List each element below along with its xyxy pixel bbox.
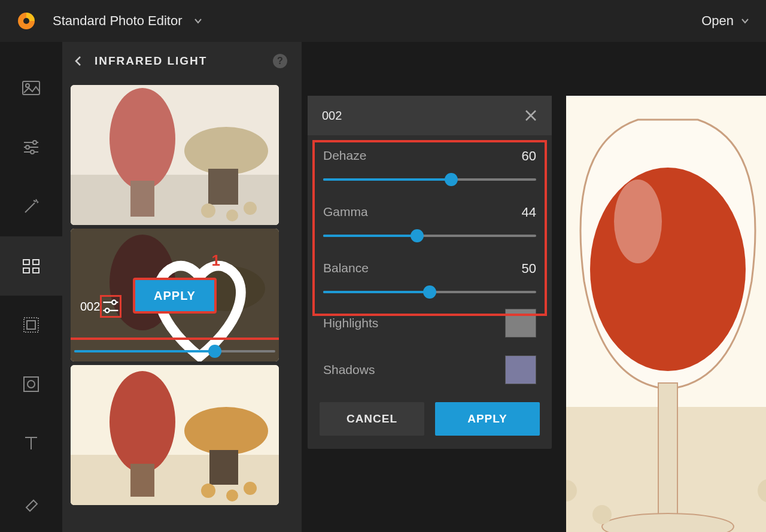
svg-point-40 — [226, 490, 238, 501]
svg-rect-13 — [24, 318, 38, 332]
dehaze-label: Dehaze — [323, 148, 366, 164]
tool-rail — [0, 42, 62, 532]
cancel-label: CANCEL — [346, 412, 397, 425]
annotation-1: 1 — [212, 251, 220, 270]
svg-rect-18 — [71, 175, 279, 225]
app-title-dropdown[interactable]: Standard Photo Editor — [53, 13, 202, 29]
balance-slider[interactable] — [323, 286, 536, 298]
svg-rect-34 — [71, 455, 279, 505]
app-logo-icon — [17, 11, 36, 31]
help-icon[interactable]: ? — [273, 54, 287, 68]
dehaze-value: 60 — [522, 148, 536, 164]
preset-thumb-003[interactable] — [71, 365, 279, 505]
preset-panel: INFRARED LIGHT ? — [62, 42, 302, 532]
svg-rect-10 — [33, 260, 39, 265]
preset-thumb-001[interactable] — [71, 85, 279, 225]
svg-rect-14 — [27, 321, 35, 329]
svg-rect-36 — [130, 464, 154, 497]
gamma-value: 44 — [522, 205, 536, 220]
settings-title: 002 — [322, 109, 342, 123]
cancel-button[interactable]: CANCEL — [320, 402, 424, 436]
app-title-label: Standard Photo Editor — [53, 13, 182, 29]
app-body: INFRARED LIGHT ? — [0, 42, 766, 532]
close-icon[interactable] — [524, 109, 537, 122]
rail-magic[interactable] — [0, 177, 62, 236]
svg-point-24 — [226, 209, 238, 221]
svg-point-25 — [244, 202, 257, 215]
settings-buttons: CANCEL APPLY — [308, 397, 552, 436]
image-icon — [22, 78, 41, 98]
svg-rect-20 — [130, 181, 154, 217]
svg-point-49 — [592, 505, 612, 524]
chevron-down-icon — [741, 17, 749, 25]
svg-point-41 — [244, 482, 257, 495]
sliders-icon — [22, 138, 41, 157]
svg-point-23 — [201, 203, 215, 218]
preset-name: 002 — [80, 300, 100, 314]
shadows-row: Shadows — [320, 351, 540, 397]
rail-adjust[interactable] — [0, 118, 62, 177]
text-icon — [22, 434, 41, 453]
open-menu[interactable]: Open — [701, 13, 749, 29]
svg-point-30 — [112, 300, 116, 305]
svg-point-0 — [23, 18, 29, 24]
dehaze-slider[interactable] — [323, 174, 536, 186]
svg-rect-15 — [24, 377, 38, 391]
svg-point-8 — [31, 150, 34, 154]
preset-apply-button[interactable]: APPLY — [133, 278, 217, 314]
rail-vignette[interactable] — [0, 354, 62, 414]
preset-title: INFRARED LIGHT — [95, 54, 207, 68]
circle-frame-icon — [22, 375, 41, 394]
back-icon[interactable] — [73, 56, 84, 66]
preset-intensity-slider[interactable] — [71, 338, 279, 361]
dehaze-control: Dehaze60 — [320, 135, 540, 191]
svg-rect-22 — [208, 169, 238, 205]
svg-rect-12 — [33, 268, 39, 273]
open-label: Open — [701, 13, 734, 29]
svg-point-35 — [110, 371, 175, 473]
rail-text[interactable] — [0, 414, 62, 473]
eraser-icon — [22, 493, 41, 512]
highlights-label: Highlights — [323, 316, 378, 330]
wand-icon — [22, 197, 41, 216]
shadows-swatch[interactable] — [505, 355, 536, 384]
svg-point-2 — [26, 84, 29, 87]
rail-presets[interactable] — [0, 236, 62, 296]
gamma-label: Gamma — [323, 205, 368, 220]
svg-rect-46 — [658, 383, 677, 515]
apply-button[interactable]: APPLY — [435, 402, 540, 436]
balance-value: 50 — [522, 261, 536, 276]
grid-icon — [22, 256, 41, 275]
apply-label: APPLY — [154, 289, 196, 303]
apply-label: APPLY — [467, 412, 507, 425]
svg-rect-9 — [23, 260, 29, 265]
rail-frames[interactable] — [0, 296, 62, 355]
shadows-label: Shadows — [323, 363, 375, 377]
settings-header: 002 — [308, 96, 552, 135]
svg-point-37 — [184, 407, 268, 455]
preset-settings-button[interactable] — [100, 295, 121, 318]
frame-icon — [22, 315, 41, 335]
svg-point-16 — [28, 381, 35, 388]
svg-point-4 — [33, 141, 37, 144]
gamma-slider[interactable] — [323, 230, 536, 242]
svg-point-32 — [105, 309, 110, 313]
preset-thumb-002[interactable]: 002 1 APPLY — [71, 229, 279, 361]
highlights-swatch[interactable] — [505, 309, 536, 338]
svg-point-19 — [110, 88, 175, 190]
sliders-icon — [102, 297, 120, 316]
chevron-down-icon — [194, 17, 202, 25]
svg-point-6 — [26, 145, 29, 149]
balance-control: Balance50 — [320, 248, 540, 304]
rail-image[interactable] — [0, 59, 62, 118]
rail-eraser[interactable] — [0, 473, 62, 532]
highlights-row: Highlights — [320, 304, 540, 351]
svg-point-21 — [184, 127, 268, 175]
balance-label: Balance — [323, 261, 369, 276]
preset-settings-panel: 002 Dehaze60 Gamma44 Balance50 — [308, 96, 552, 449]
header-left: Standard Photo Editor — [17, 11, 202, 31]
svg-point-44 — [590, 168, 746, 371]
preset-header: INFRARED LIGHT ? — [62, 42, 302, 74]
app-header: Standard Photo Editor Open — [0, 0, 766, 42]
svg-point-39 — [201, 484, 215, 498]
